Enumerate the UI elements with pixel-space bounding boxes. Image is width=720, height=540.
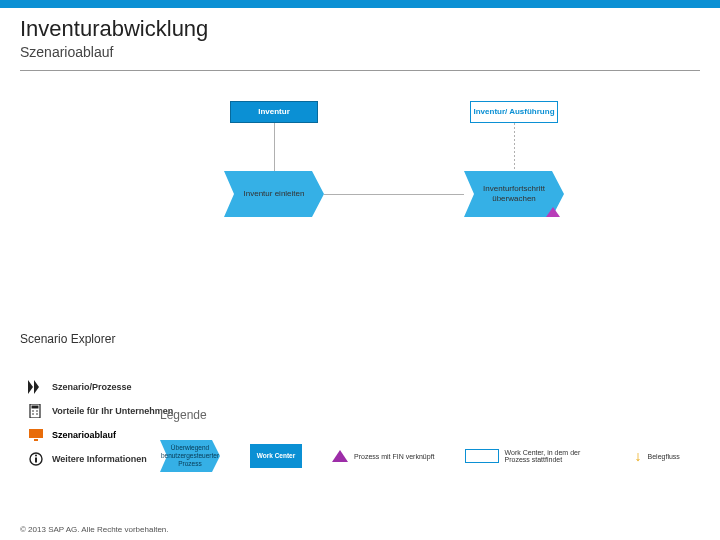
legend-title: Legende (160, 408, 710, 422)
svg-rect-9 (34, 439, 38, 441)
page-subtitle: Szenarioablauf (20, 44, 700, 60)
legend-row: Überwiegend benutzergesteuerter Prozess … (160, 440, 710, 472)
legend-swatch-label: Überwiegend benutzergesteuerter Prozess (160, 440, 220, 472)
menu-item-label: Vorteile für Ihr Unternehmen (52, 406, 173, 416)
arrow-down-icon: ↓ (635, 448, 642, 464)
fin-indicator-icon (546, 207, 560, 217)
box-inventur-label: Inventur (258, 107, 290, 117)
legend-swatch-label: Work Center (250, 440, 302, 472)
scenario-explorer-title: Scenario Explorer (20, 332, 115, 346)
legend-swatch-wc-outline (465, 449, 499, 463)
legend-item-work-center-location: Work Center, in dem der Prozess stattfin… (465, 449, 605, 463)
svg-point-6 (32, 413, 34, 415)
page-title: Inventurabwicklung (20, 16, 700, 42)
legend-item-label: Belegfluss (648, 453, 680, 460)
step-inventur-fortschritt-label: Inventurfortschritt überwachen (464, 184, 564, 204)
legend-swatch-user-process: Überwiegend benutzergesteuerter Prozess (160, 440, 220, 472)
menu-item-szenario-prozesse[interactable]: Szenario/Prozesse (28, 380, 208, 394)
menu-item-label: Szenario/Prozesse (52, 382, 132, 392)
step-inventur-einleiten-label: Inventur einleiten (238, 189, 311, 199)
copyright-footer: © 2013 SAP AG. Alle Rechte vorbehalten. (20, 525, 169, 534)
legend-item-belegfluss: ↓ Belegfluss (635, 448, 680, 464)
monitor-icon (28, 428, 44, 442)
connector-v-left (274, 123, 275, 171)
svg-point-12 (35, 455, 37, 457)
bottom-area: Szenario/Prozesse Vorteile für Ihr Unter… (0, 350, 720, 540)
legend-swatch-work-center: Work Center (250, 440, 302, 472)
svg-point-4 (32, 410, 34, 412)
legend-item-label: Prozess mit FIN verknüpft (354, 453, 435, 460)
box-inventur-ausfuehrung: Inventur/ Ausführung (470, 101, 558, 123)
legend-item-fin-process: Prozess mit FIN verknüpft (332, 450, 435, 462)
legend-item-user-process: Überwiegend benutzergesteuerter Prozess (160, 440, 220, 472)
info-icon (28, 452, 44, 466)
connector-h (324, 194, 464, 195)
calculator-icon (28, 404, 44, 418)
svg-rect-3 (32, 406, 39, 409)
menu-item-label: Weitere Informationen (52, 454, 147, 464)
svg-point-7 (36, 413, 38, 415)
svg-rect-8 (29, 429, 43, 438)
menu-item-label: Szenarioablauf (52, 430, 116, 440)
legend-item-work-center: Work Center (250, 440, 302, 472)
double-chevron-icon (28, 380, 44, 394)
legend: Legende Überwiegend benutzergesteuerter … (160, 408, 710, 472)
flow-diagram: Inventur Inventur/ Ausführung Inventur e… (0, 81, 720, 311)
box-inventur: Inventur (230, 101, 318, 123)
header: Inventurabwicklung Szenarioablauf (0, 8, 720, 64)
triangle-icon (332, 450, 348, 462)
header-divider (20, 70, 700, 71)
legend-item-label: Work Center, in dem der Prozess stattfin… (505, 449, 605, 463)
connector-v-right (514, 123, 515, 171)
svg-point-5 (36, 410, 38, 412)
svg-rect-11 (35, 458, 37, 463)
step-inventur-einleiten: Inventur einleiten (224, 171, 324, 217)
box-inventur-ausfuehrung-label: Inventur/ Ausführung (473, 107, 554, 117)
brand-topbar (0, 0, 720, 8)
